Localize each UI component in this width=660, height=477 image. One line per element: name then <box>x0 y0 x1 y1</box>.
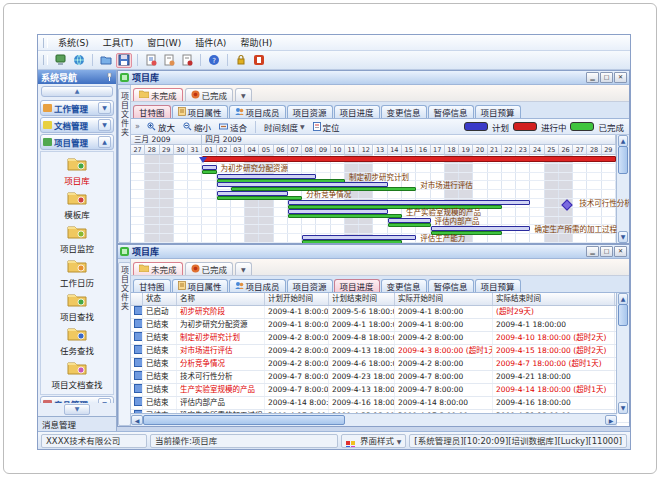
sidebar-section-0[interactable]: 工作管理▼ <box>40 100 114 116</box>
table-header-3[interactable]: 计划结束时间 <box>329 293 395 305</box>
close-button[interactable]: ✕ <box>614 246 627 257</box>
fit-button[interactable]: 适合 <box>216 121 250 133</box>
table-header-1[interactable]: 名称 <box>177 293 265 305</box>
report-new-icon[interactable] <box>143 53 159 68</box>
filter-tabs-overflow[interactable]: ▼ <box>235 88 252 101</box>
sidebar-scroll-down-button[interactable]: ▼ <box>64 404 90 415</box>
menu-item-4[interactable]: 帮助(H) <box>233 35 279 50</box>
locate-button[interactable]: 定位 <box>310 121 343 133</box>
maximize-button[interactable]: □ <box>600 72 613 83</box>
table-row[interactable]: 已结束制定初步研究计划2009-4-2 8:00:002009-4-8 18:0… <box>131 332 629 345</box>
table-row[interactable]: 已结束评估内部产品2009-4-14 8:00:002009-4-16 18:0… <box>131 397 629 410</box>
sidebar-item-0[interactable]: 项目库 <box>41 154 113 188</box>
timescale-button[interactable]: 时间刻度 ▼ <box>261 121 308 133</box>
minimize-button[interactable]: ▁ <box>586 246 599 257</box>
table-row[interactable]: 已启动初步研究阶段2009-4-1 8:00:002009-5-6 18:00:… <box>131 306 629 319</box>
tab-5[interactable]: 变更信息 <box>381 279 427 292</box>
report-edit-icon[interactable] <box>161 53 177 68</box>
gantt-actual-bar[interactable] <box>288 214 402 218</box>
table-header-0[interactable]: 状态 <box>143 293 177 305</box>
section-chevron-icon[interactable]: ▼ <box>98 398 111 403</box>
tab-2[interactable]: 项目成员 <box>229 105 286 118</box>
menu-item-2[interactable]: 窗口(W) <box>140 35 188 50</box>
tab-4[interactable]: 项目进度 <box>334 279 380 292</box>
scroll-down-icon[interactable]: ▼ <box>618 231 628 243</box>
tab-6[interactable]: 暂停信息 <box>428 279 474 292</box>
save-icon[interactable] <box>116 53 132 68</box>
gantt-vertical-scrollbar[interactable]: ▲ ▼ <box>616 135 629 243</box>
pin-icon[interactable] <box>105 73 113 81</box>
table-header-2[interactable]: 计划开始时间 <box>265 293 329 305</box>
globe-icon[interactable] <box>71 53 87 68</box>
scroll-right-icon[interactable]: ▶ <box>605 415 617 425</box>
table-row[interactable]: 已结束生产实验室规模的产品2009-4-7 8:00:002009-4-13 1… <box>131 384 629 397</box>
gantt-actual-bar[interactable] <box>302 240 402 243</box>
filter-tab-1[interactable]: 已完成 <box>185 262 234 275</box>
gantt-summary-bar[interactable] <box>202 156 616 162</box>
tab-7[interactable]: 项目预算 <box>475 105 521 118</box>
gantt-actual-bar[interactable] <box>202 170 216 174</box>
sidebar-scroll-up-button[interactable]: ▲ <box>41 86 113 97</box>
tab-1[interactable]: 项目属性 <box>172 105 228 118</box>
table-vertical-scrollbar[interactable]: ▲ ▼ <box>616 293 629 414</box>
sidebar-section-3[interactable]: 产品管理▼ <box>40 396 114 403</box>
zoom-in-button[interactable]: 放大 <box>144 121 178 133</box>
scroll-down-icon[interactable]: ▼ <box>618 402 628 414</box>
close-button[interactable]: ✕ <box>614 72 627 83</box>
sidebar-item-3[interactable]: 工作日历 <box>41 256 113 290</box>
sidebar-tab-message[interactable]: 消息管理 <box>38 416 116 431</box>
table-header-5[interactable]: 实际结束时间 <box>493 293 615 305</box>
toolbar-overflow-icon[interactable]: » <box>133 122 142 131</box>
sidebar-section-1[interactable]: 文档管理▼ <box>40 117 114 133</box>
tab-5[interactable]: 变更信息 <box>381 105 427 118</box>
tab-6[interactable]: 暂停信息 <box>428 105 474 118</box>
menu-grip[interactable] <box>43 38 48 48</box>
gantt-window-titlebar[interactable]: 项目库 ▁ □ ✕ <box>118 71 629 85</box>
tab-0[interactable]: 甘特图 <box>133 279 171 292</box>
lock-icon[interactable] <box>233 53 249 68</box>
tab-1[interactable]: 项目属性 <box>172 279 228 292</box>
table-hscroll-thumb[interactable] <box>143 415 345 425</box>
sidebar-section-2[interactable]: 项目管理▲ <box>40 134 114 150</box>
sidebar-item-4[interactable]: 项目查找 <box>41 290 113 324</box>
menu-item-1[interactable]: 工具(T) <box>96 35 141 50</box>
filter-tabs-overflow[interactable]: ▼ <box>235 262 252 275</box>
gantt-plan-bar[interactable] <box>217 174 317 179</box>
gantt-scroll-thumb[interactable] <box>618 146 628 174</box>
table-row[interactable]: 已结束技术可行性分析2009-4-7 8:00:002009-4-23 18:0… <box>131 371 629 384</box>
table-row[interactable]: 已结束对市场进行评估2009-4-2 8:00:002009-4-13 18:0… <box>131 345 629 358</box>
tab-3[interactable]: 项目资源 <box>287 105 333 118</box>
sidebar-item-5[interactable]: 任务查找 <box>41 324 113 358</box>
scroll-left-icon[interactable]: ◀ <box>131 415 143 425</box>
sidebar-item-2[interactable]: 项目监控 <box>41 222 113 256</box>
zoom-out-button[interactable]: 缩小 <box>180 121 214 133</box>
gantt-actual-bar[interactable] <box>388 223 431 227</box>
menu-item-3[interactable]: 插件(A) <box>188 35 233 50</box>
maximize-button[interactable]: □ <box>600 246 613 257</box>
section-chevron-icon[interactable]: ▼ <box>98 119 111 131</box>
sidebar-item-1[interactable]: 模板库 <box>41 188 113 222</box>
folder-open-icon[interactable] <box>98 53 114 68</box>
project-folder-vertical-tab[interactable]: 项目文件夹 <box>118 262 131 426</box>
computer-icon[interactable] <box>53 53 69 68</box>
menu-item-0[interactable]: 系统(S) <box>51 35 96 50</box>
table-window-titlebar[interactable]: 项目库 ▁ □ ✕ <box>118 245 629 259</box>
tab-4[interactable]: 项目进度 <box>334 105 380 118</box>
report-delete-icon[interactable] <box>179 53 195 68</box>
project-folder-vertical-tab[interactable]: 项目文件夹 <box>118 88 131 243</box>
tab-0[interactable]: 甘特图 <box>133 105 171 118</box>
filter-tab-0[interactable]: 未完成 <box>133 88 183 101</box>
ui-style-button[interactable]: 界面样式 ▼ <box>341 434 406 448</box>
exit-icon[interactable] <box>251 53 267 68</box>
tab-2[interactable]: 项目成员 <box>229 279 286 292</box>
table-row[interactable]: 已结束分析竞争情况2009-4-2 8:00:002009-4-6 18:00:… <box>131 358 629 371</box>
tab-7[interactable]: 项目预算 <box>475 279 521 292</box>
section-chevron-icon[interactable]: ▼ <box>98 102 111 114</box>
sidebar-item-6[interactable]: 项目文档查找 <box>41 358 113 392</box>
toolbar-grip[interactable] <box>43 55 48 65</box>
filter-tab-1[interactable]: 已完成 <box>185 88 234 101</box>
table-header-4[interactable]: 实际开始时间 <box>395 293 493 305</box>
table-row[interactable]: 已结束为初步研究分配资源2009-4-1 8:00:002009-4-1 18:… <box>131 319 629 332</box>
section-chevron-icon[interactable]: ▲ <box>98 136 111 148</box>
minimize-button[interactable]: ▁ <box>586 72 599 83</box>
